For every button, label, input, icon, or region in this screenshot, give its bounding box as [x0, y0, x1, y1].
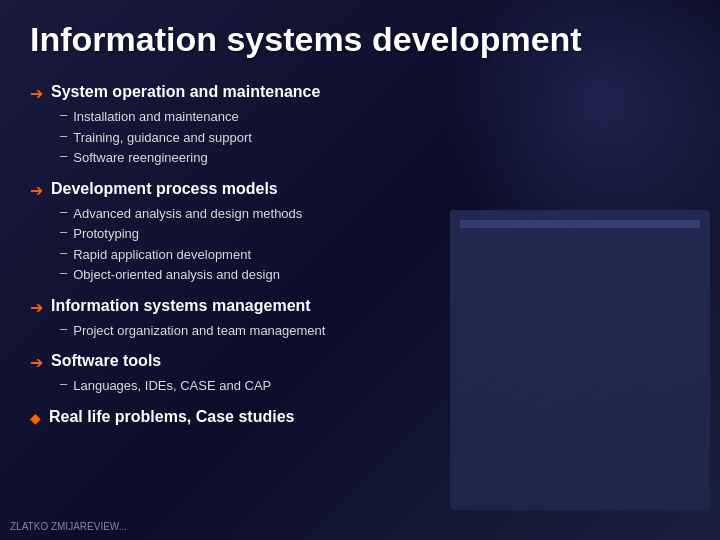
list-item: –Object-oriented analysis and design — [60, 265, 690, 285]
section-header-real-life: ◆Real life problems, Case studies — [30, 408, 690, 426]
arrow-icon: ➔ — [30, 298, 43, 317]
sections-container: ➔System operation and maintenance–Instal… — [30, 83, 690, 426]
sub-item-text: Object-oriented analysis and design — [73, 265, 280, 285]
section-system-operation: ➔System operation and maintenance–Instal… — [30, 83, 690, 168]
list-item: –Languages, IDEs, CASE and CAP — [60, 376, 690, 396]
section-title-software-tools: Software tools — [51, 352, 161, 370]
section-title-real-life: Real life problems, Case studies — [49, 408, 294, 426]
arrow-icon: ➔ — [30, 84, 43, 103]
sub-item-text: Rapid application development — [73, 245, 251, 265]
list-item: –Software reengineering — [60, 148, 690, 168]
arrow-icon: ➔ — [30, 181, 43, 200]
dash-icon: – — [60, 376, 67, 391]
section-title-system-operation: System operation and maintenance — [51, 83, 320, 101]
dash-icon: – — [60, 204, 67, 219]
section-development-process: ➔Development process models–Advanced ana… — [30, 180, 690, 285]
section-title-information-systems-mgmt: Information systems management — [51, 297, 311, 315]
sub-item-text: Prototyping — [73, 224, 139, 244]
sub-item-text: Project organization and team management — [73, 321, 325, 341]
sub-items-system-operation: –Installation and maintenance–Training, … — [60, 107, 690, 168]
section-title-development-process: Development process models — [51, 180, 278, 198]
main-content: Information systems development ➔System … — [0, 0, 720, 540]
dash-icon: – — [60, 265, 67, 280]
sub-items-software-tools: –Languages, IDEs, CASE and CAP — [60, 376, 690, 396]
sub-item-text: Software reengineering — [73, 148, 207, 168]
arrow-icon: ➔ — [30, 353, 43, 372]
dash-icon: – — [60, 107, 67, 122]
list-item: –Training, guidance and support — [60, 128, 690, 148]
dash-icon: – — [60, 245, 67, 260]
section-header-software-tools: ➔Software tools — [30, 352, 690, 372]
dash-icon: – — [60, 128, 67, 143]
footer-text: ZLATKO ZMIJAREVIEW... — [10, 521, 127, 532]
dash-icon: – — [60, 224, 67, 239]
sub-item-text: Languages, IDEs, CASE and CAP — [73, 376, 271, 396]
sub-item-text: Advanced analysis and design methods — [73, 204, 302, 224]
list-item: –Prototyping — [60, 224, 690, 244]
list-item: –Advanced analysis and design methods — [60, 204, 690, 224]
section-header-development-process: ➔Development process models — [30, 180, 690, 200]
section-information-systems-mgmt: ➔Information systems management–Project … — [30, 297, 690, 341]
section-real-life: ◆Real life problems, Case studies — [30, 408, 690, 426]
section-software-tools: ➔Software tools–Languages, IDEs, CASE an… — [30, 352, 690, 396]
diamond-icon: ◆ — [30, 410, 41, 426]
dash-icon: – — [60, 321, 67, 336]
sub-items-development-process: –Advanced analysis and design methods–Pr… — [60, 204, 690, 285]
sub-item-text: Installation and maintenance — [73, 107, 239, 127]
list-item: –Installation and maintenance — [60, 107, 690, 127]
list-item: –Rapid application development — [60, 245, 690, 265]
dash-icon: – — [60, 148, 67, 163]
section-header-system-operation: ➔System operation and maintenance — [30, 83, 690, 103]
page-title: Information systems development — [30, 20, 690, 59]
section-header-information-systems-mgmt: ➔Information systems management — [30, 297, 690, 317]
sub-item-text: Training, guidance and support — [73, 128, 252, 148]
sub-items-information-systems-mgmt: –Project organization and team managemen… — [60, 321, 690, 341]
list-item: –Project organization and team managemen… — [60, 321, 690, 341]
